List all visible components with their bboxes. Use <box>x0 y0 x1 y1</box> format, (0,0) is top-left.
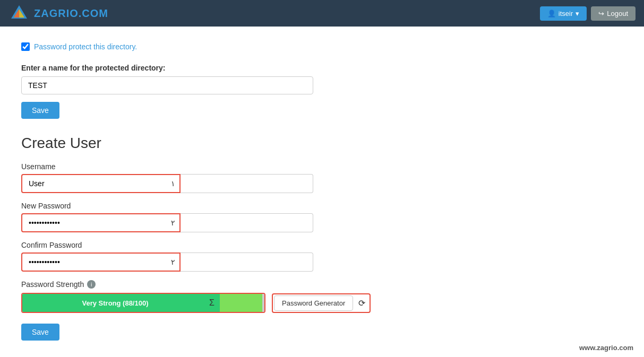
directory-input[interactable] <box>21 76 313 94</box>
password-generator-container: Password Generator ⟳ <box>272 293 371 313</box>
strength-label-row: Password Strength i <box>21 280 457 289</box>
logout-icon: ↪ <box>598 10 604 18</box>
username-row: ١ <box>21 174 457 193</box>
user-icon: 👤 <box>547 10 556 18</box>
username-input-wrapper: ١ <box>21 174 181 193</box>
confirm-password-group: Confirm Password ٢ <box>21 241 457 272</box>
confirm-password-input[interactable] <box>21 252 181 272</box>
strength-label-text: Password Strength <box>21 280 84 289</box>
protect-section: Password protect this directory. <box>21 42 457 51</box>
password-generator-button[interactable]: Password Generator <box>274 295 353 311</box>
strength-section: Password Strength i Very Strong (88/100)… <box>21 280 457 313</box>
main-content: Password protect this directory. Enter a… <box>0 27 478 356</box>
strength-bar-container: Very Strong (88/100) Σ <box>21 293 265 313</box>
directory-save-button[interactable]: Save <box>21 102 59 119</box>
logo: ZAGRIO.COM <box>8 3 108 24</box>
confirm-password-input-wrapper: ٢ <box>21 252 181 272</box>
strength-bar-green: Very Strong (88/100) <box>22 294 204 312</box>
logo-icon <box>8 3 30 24</box>
username-group: Username ١ <box>21 162 457 193</box>
footer-text: www.zagrio.com <box>579 344 633 352</box>
strength-row: Very Strong (88/100) Σ Password Generato… <box>21 293 457 313</box>
create-user-save-button[interactable]: Save <box>21 324 59 341</box>
info-icon[interactable]: i <box>87 280 96 289</box>
logout-button[interactable]: ↪ Logout <box>591 6 636 21</box>
directory-label: Enter a name for the protected directory… <box>21 64 457 72</box>
confirm-password-row: ٢ <box>21 252 457 272</box>
strength-bar-text: Very Strong (88/100) <box>82 299 149 307</box>
username-secondary-input[interactable] <box>181 174 313 193</box>
new-password-secondary-input[interactable] <box>181 213 313 232</box>
footer: www.zagrio.com <box>579 344 633 352</box>
chevron-down-icon: ▾ <box>576 10 579 18</box>
create-user-title: Create User <box>21 135 457 152</box>
username-label: Username <box>21 162 457 171</box>
directory-section: Enter a name for the protected directory… <box>21 64 457 135</box>
confirm-password-secondary-input[interactable] <box>181 252 313 272</box>
new-password-input-wrapper: ٢ <box>21 213 181 232</box>
refresh-icon: ⟳ <box>355 296 368 310</box>
strength-bar-sigma: Σ <box>204 294 220 312</box>
logo-text: ZAGRIO.COM <box>34 7 108 20</box>
header-right: 👤 itseir ▾ ↪ Logout <box>540 6 636 21</box>
username-input[interactable] <box>21 174 181 193</box>
new-password-label: New Password <box>21 202 457 210</box>
protect-link-text: Password protect this directory. <box>34 42 137 51</box>
header: ZAGRIO.COM 👤 itseir ▾ ↪ Logout <box>0 0 644 27</box>
bottom-save-section: Save <box>21 324 457 341</box>
new-password-input[interactable] <box>21 213 181 232</box>
confirm-password-label: Confirm Password <box>21 241 457 249</box>
protect-checkbox[interactable] <box>21 42 30 51</box>
user-button[interactable]: 👤 itseir ▾ <box>540 6 587 21</box>
protect-label: Password protect this directory. <box>34 42 137 51</box>
new-password-group: New Password ٢ <box>21 202 457 232</box>
strength-bar-light <box>220 294 262 312</box>
strength-bar-grey <box>262 294 264 312</box>
new-password-row: ٢ <box>21 213 457 232</box>
